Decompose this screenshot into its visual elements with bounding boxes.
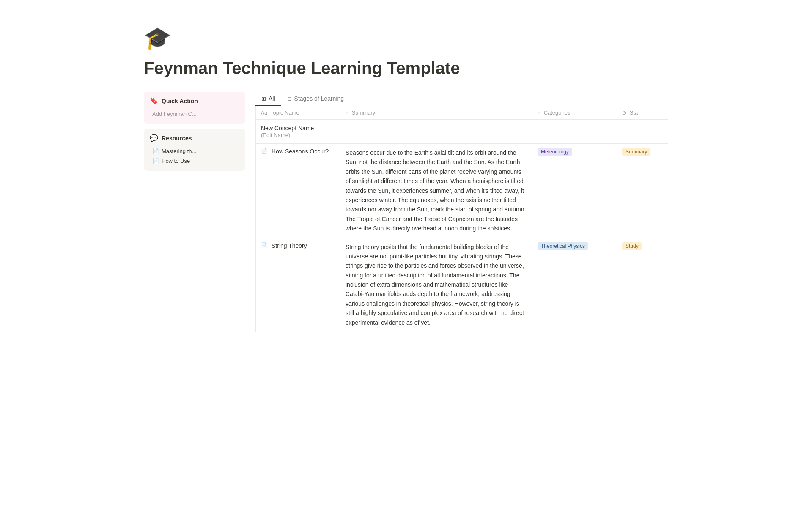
row-doc-icon-string: 📄 — [261, 242, 267, 248]
quick-action-label: Quick Action — [162, 98, 198, 104]
page-title: Feynman Technique Learning Template — [144, 58, 668, 78]
how-seasons-topic: 📄 How Seasons Occur? — [261, 148, 335, 155]
new-concept-name-text: New Concept Name — [261, 125, 314, 132]
content-area: 🔖 Quick Action Add Feynman C... 💬 Resour… — [144, 92, 668, 332]
theoretical-physics-tag: Theoretical Physics — [538, 242, 588, 250]
table-row-new-concept[interactable]: New Concept Name (Edit Name) — [256, 120, 668, 144]
doc-icon-mastering: 📄 — [152, 148, 159, 154]
how-seasons-topic-cell: 📄 How Seasons Occur? — [256, 144, 340, 238]
col-stage-icon: ⊙ — [622, 110, 626, 116]
col-header-stage: ⊙ Sta — [617, 106, 668, 120]
new-concept-stage-cell — [617, 120, 668, 144]
col-topic-label: Topic Name — [270, 110, 299, 116]
string-theory-summary-cell: String theory posits that the fundamenta… — [340, 238, 532, 332]
resource-how-to-use-label: How to Use — [162, 158, 190, 164]
sidebar: 🔖 Quick Action Add Feynman C... 💬 Resour… — [144, 92, 245, 171]
how-seasons-topic-name: How Seasons Occur? — [272, 148, 329, 155]
how-seasons-summary-text: Seasons occur due to the Earth's axial t… — [346, 148, 527, 233]
col-header-topic: Aa Topic Name — [256, 106, 340, 120]
tab-stages-of-learning[interactable]: ⊟ Stages of Learning — [281, 92, 350, 106]
resource-item-mastering[interactable]: 📄 Mastering th... — [150, 146, 239, 156]
new-concept-category-cell — [532, 120, 617, 144]
tab-stages-label: Stages of Learning — [294, 95, 344, 102]
col-summary-icon: ≡ — [346, 110, 348, 116]
string-theory-category-cell: Theoretical Physics — [532, 238, 617, 332]
col-stage-label: Sta — [630, 110, 638, 116]
quick-action-icon: 🔖 — [150, 97, 158, 105]
how-seasons-summary-cell: Seasons occur due to the Earth's axial t… — [340, 144, 532, 238]
col-header-categories: ≡ Categories — [532, 106, 617, 120]
resources-icon: 💬 — [150, 134, 158, 142]
new-concept-topic-cell: New Concept Name (Edit Name) — [256, 120, 340, 144]
col-header-summary: ≡ Summary — [340, 106, 532, 120]
resources-header: 💬 Resources — [150, 134, 239, 142]
table-header-row: Aa Topic Name ≡ Summary ≡ Categories — [256, 106, 668, 120]
new-concept-edit-label: (Edit Name) — [261, 132, 290, 138]
resources-section: 💬 Resources 📄 Mastering th... 📄 How to U… — [144, 129, 245, 171]
page-icon: 🎓 — [144, 25, 668, 51]
col-summary-label: Summary — [352, 110, 376, 116]
col-topic-icon: Aa — [261, 110, 267, 116]
page-wrapper: 🎓 Feynman Technique Learning Template 🔖 … — [110, 0, 702, 357]
study-stage-tag: Study — [622, 242, 642, 250]
string-theory-topic-cell: 📄 String Theory — [256, 238, 340, 332]
string-theory-stage-cell: Study — [617, 238, 668, 332]
string-theory-topic: 📄 String Theory — [261, 242, 335, 249]
quick-action-header: 🔖 Quick Action — [150, 97, 239, 105]
col-categories-label: Categories — [544, 110, 571, 116]
add-feynman-button[interactable]: Add Feynman C... — [150, 109, 239, 119]
database-table: Aa Topic Name ≡ Summary ≡ Categories — [255, 106, 668, 332]
string-theory-topic-name: String Theory — [272, 242, 307, 249]
new-concept-summary-cell — [340, 120, 532, 144]
col-categories-icon: ≡ — [538, 110, 540, 116]
tabs-bar: ⊞ All ⊟ Stages of Learning — [255, 92, 668, 106]
how-seasons-category-cell: Meteorology — [532, 144, 617, 238]
tab-all-icon: ⊞ — [261, 96, 266, 102]
tab-all[interactable]: ⊞ All — [255, 92, 281, 106]
resources-label: Resources — [162, 135, 192, 142]
summary-stage-tag: Summary — [622, 148, 650, 156]
concept-table: Aa Topic Name ≡ Summary ≡ Categories — [256, 106, 668, 332]
main-content: ⊞ All ⊟ Stages of Learning Aa Topic Name — [255, 92, 668, 332]
quick-action-section: 🔖 Quick Action Add Feynman C... — [144, 92, 245, 124]
string-theory-summary-text: String theory posits that the fundamenta… — [346, 242, 527, 328]
resource-item-how-to-use[interactable]: 📄 How to Use — [150, 156, 239, 166]
tab-stages-icon: ⊟ — [287, 96, 292, 102]
row-doc-icon-seasons: 📄 — [261, 148, 267, 154]
how-seasons-stage-cell: Summary — [617, 144, 668, 238]
doc-icon-how-to-use: 📄 — [152, 158, 159, 164]
resource-mastering-label: Mastering th... — [162, 148, 196, 154]
meteorology-tag: Meteorology — [538, 148, 572, 156]
table-row-how-seasons[interactable]: 📄 How Seasons Occur? Seasons occur due t… — [256, 144, 668, 238]
new-concept-name: New Concept Name (Edit Name) — [261, 125, 335, 138]
table-row-string-theory[interactable]: 📄 String Theory String theory posits tha… — [256, 238, 668, 332]
tab-all-label: All — [269, 95, 275, 102]
